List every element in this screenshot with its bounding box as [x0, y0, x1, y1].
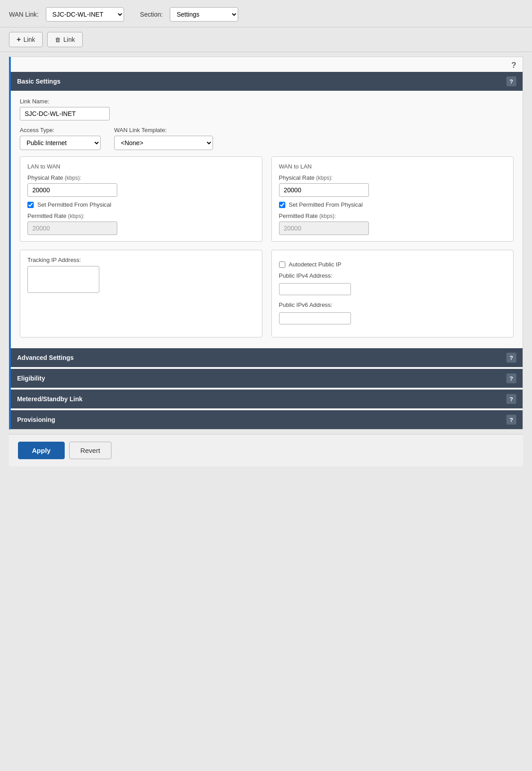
- access-type-group: Access Type: Public Internet Private WAN…: [20, 127, 101, 150]
- wan-physical-rate-label: Physical Rate (kbps):: [279, 174, 506, 181]
- public-ip-box: Autodetect Public IP Public IPv4 Address…: [271, 250, 514, 337]
- section-label: Section:: [140, 11, 163, 18]
- advanced-settings-header[interactable]: Advanced Settings ?: [11, 348, 523, 367]
- wan-link-select[interactable]: SJC-DC-WL-INET: [46, 7, 124, 22]
- autodetect-label: Autodetect Public IP: [289, 261, 341, 268]
- wan-permitted-rate-input[interactable]: [279, 222, 369, 235]
- eligibility-help-button[interactable]: ?: [506, 373, 516, 383]
- eligibility-header[interactable]: Eligibility ?: [11, 369, 523, 388]
- bottom-fields-row: Tracking IP Address: Autodetect Public I…: [20, 250, 514, 337]
- wan-set-permitted-label: Set Permitted From Physical: [289, 201, 363, 208]
- lan-physical-rate-label: Physical Rate (kbps):: [27, 174, 255, 181]
- link-name-group: Link Name:: [20, 98, 514, 120]
- provisioning-section: Provisioning ?: [11, 410, 523, 429]
- access-type-select[interactable]: Public Internet Private WAN MPLS: [20, 136, 101, 150]
- wan-link-label: WAN Link:: [9, 11, 39, 18]
- delete-link-label: Link: [63, 36, 75, 43]
- basic-settings-header[interactable]: Basic Settings ?: [11, 72, 523, 91]
- tracking-ip-box: Tracking IP Address:: [20, 250, 262, 337]
- toolbar: Link Link: [0, 27, 532, 52]
- delete-link-button[interactable]: Link: [47, 32, 83, 47]
- public-ipv6-group: Public IPv6 Address:: [279, 301, 506, 324]
- revert-button[interactable]: Revert: [69, 442, 111, 459]
- provisioning-help-button[interactable]: ?: [506, 415, 516, 425]
- tracking-ip-label: Tracking IP Address:: [27, 257, 255, 263]
- wan-link-template-group: WAN Link Template: <None>: [114, 127, 213, 150]
- autodetect-checkbox[interactable]: [279, 261, 285, 268]
- add-link-button[interactable]: Link: [9, 32, 43, 47]
- advanced-settings-help-button[interactable]: ?: [506, 353, 516, 363]
- metered-standby-help-button[interactable]: ?: [506, 394, 516, 404]
- access-type-label: Access Type:: [20, 127, 101, 133]
- footer-toolbar: Apply Revert: [9, 434, 523, 466]
- top-help-icon[interactable]: ?: [511, 61, 516, 70]
- lan-to-wan-box: LAN to WAN Physical Rate (kbps): Set Per…: [20, 156, 262, 242]
- wan-physical-rate-input[interactable]: [279, 183, 369, 197]
- trash-icon: [55, 36, 61, 43]
- metered-standby-section: Metered/Standby Link ?: [11, 390, 523, 408]
- public-ipv6-input[interactable]: [279, 312, 351, 324]
- wan-link-template-select[interactable]: <None>: [114, 136, 213, 150]
- form-panel: ? Basic Settings ? Link Name: Access Typ…: [9, 57, 523, 430]
- lan-to-wan-title: LAN to WAN: [27, 163, 255, 170]
- public-ipv6-label: Public IPv6 Address:: [279, 301, 506, 308]
- rates-row: LAN to WAN Physical Rate (kbps): Set Per…: [20, 156, 514, 242]
- wan-set-permitted-row: Set Permitted From Physical: [279, 201, 506, 208]
- metered-standby-header[interactable]: Metered/Standby Link ?: [11, 390, 523, 408]
- basic-settings-title: Basic Settings: [17, 78, 60, 85]
- plus-icon: [17, 35, 21, 44]
- link-name-label: Link Name:: [20, 98, 514, 105]
- public-ipv4-label: Public IPv4 Address:: [279, 272, 506, 279]
- advanced-settings-title: Advanced Settings: [17, 354, 74, 361]
- section-select[interactable]: Settings Traffic Classes Policies: [170, 7, 238, 22]
- lan-physical-rate-input[interactable]: [27, 183, 117, 197]
- apply-button[interactable]: Apply: [18, 442, 65, 459]
- advanced-settings-section: Advanced Settings ?: [11, 348, 523, 367]
- provisioning-title: Provisioning: [17, 416, 55, 423]
- basic-settings-help-button[interactable]: ?: [506, 76, 516, 86]
- tracking-ip-input[interactable]: [27, 266, 99, 293]
- main-content: ? Basic Settings ? Link Name: Access Typ…: [0, 57, 532, 475]
- autodetect-row: Autodetect Public IP: [279, 261, 506, 268]
- add-link-label: Link: [23, 36, 35, 43]
- lan-set-permitted-label: Set Permitted From Physical: [37, 201, 111, 208]
- provisioning-header[interactable]: Provisioning ?: [11, 410, 523, 429]
- wan-permitted-rate-label: Permitted Rate (kbps):: [279, 213, 506, 219]
- wan-to-lan-box: WAN to LAN Physical Rate (kbps): Set Per…: [271, 156, 514, 242]
- help-corner: ?: [11, 57, 523, 72]
- top-bar: WAN Link: SJC-DC-WL-INET Section: Settin…: [0, 0, 532, 27]
- access-template-row: Access Type: Public Internet Private WAN…: [20, 127, 514, 150]
- wan-link-template-label: WAN Link Template:: [114, 127, 213, 133]
- lan-permitted-rate-input[interactable]: [27, 222, 117, 235]
- eligibility-section: Eligibility ?: [11, 369, 523, 388]
- link-name-input[interactable]: [20, 107, 110, 120]
- lan-permitted-rate-label: Permitted Rate (kbps):: [27, 213, 255, 219]
- lan-set-permitted-checkbox[interactable]: [27, 202, 34, 208]
- lan-set-permitted-row: Set Permitted From Physical: [27, 201, 255, 208]
- public-ipv4-group: Public IPv4 Address:: [279, 272, 506, 295]
- wan-to-lan-title: WAN to LAN: [279, 163, 506, 170]
- basic-settings-body: Link Name: Access Type: Public Internet …: [11, 91, 523, 346]
- wan-set-permitted-checkbox[interactable]: [279, 202, 285, 208]
- eligibility-title: Eligibility: [17, 375, 45, 382]
- metered-standby-title: Metered/Standby Link: [17, 395, 82, 403]
- public-ipv4-input[interactable]: [279, 283, 351, 295]
